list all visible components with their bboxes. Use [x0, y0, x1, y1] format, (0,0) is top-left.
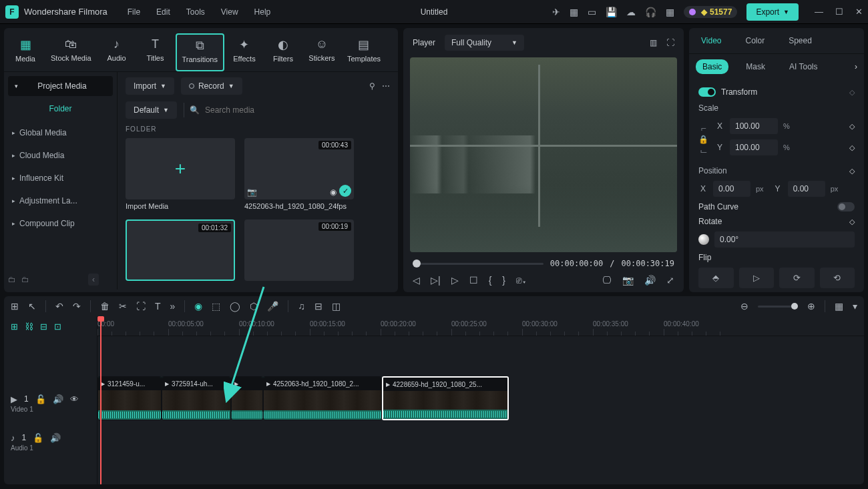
export-button[interactable]: Export▼ [746, 3, 799, 21]
send-icon[interactable]: ✈ [552, 7, 560, 17]
fullscreen-icon[interactable]: ⤢ [666, 275, 674, 286]
record-button[interactable]: Record▼ [181, 77, 242, 95]
mute-icon[interactable]: 🔊 [50, 433, 61, 443]
ai-button[interactable]: ◉ [194, 301, 202, 312]
media-thumb-2[interactable]: 00:01:32 [126, 219, 235, 281]
media-thumb-1[interactable]: 00:00:43📷◉✓ 4252063-hd_1920_1080_24fps [244, 138, 354, 210]
timeline-clip[interactable]: 3725914-uh... [162, 376, 231, 420]
sort-button[interactable]: Default▼ [126, 101, 177, 119]
filter-icon[interactable]: ⚲ [369, 81, 375, 91]
menu-edit[interactable]: Edit [156, 7, 170, 17]
layout-icon[interactable]: ▦ [570, 7, 578, 17]
effect-button[interactable]: ⬚ [212, 301, 220, 312]
side-global-media[interactable]: Global Media [4, 121, 117, 144]
zoom-in-button[interactable]: ⊕ [807, 301, 815, 312]
zoom-out-button[interactable]: ⊖ [740, 301, 748, 312]
mute-icon[interactable]: 🔊 [53, 394, 63, 404]
flip-vertical-button[interactable]: ▷ [739, 268, 775, 288]
new-bin-icon[interactable]: 🗀 [21, 275, 29, 284]
rotate-input[interactable] [714, 231, 855, 248]
subtab-ai-tools[interactable]: AI Tools [783, 59, 824, 74]
compare-icon[interactable]: ▥ [650, 38, 657, 47]
side-cloud-media[interactable]: Cloud Media [4, 144, 117, 167]
music-icon[interactable]: ♫ [298, 301, 305, 312]
side-influence-kit[interactable]: Influence Kit [4, 167, 117, 189]
snapshot-icon[interactable]: ⛶ [666, 38, 674, 47]
tab-speed[interactable]: Speed [777, 28, 824, 53]
support-icon[interactable]: 🎧 [645, 7, 656, 17]
menu-help[interactable]: Help [254, 7, 271, 17]
play-backward-button[interactable]: ▷| [431, 275, 441, 286]
delete-button[interactable]: 🗑 [100, 301, 110, 312]
prev-frame-button[interactable]: ◁ [413, 275, 420, 286]
ribbon-audio[interactable]: ♪Audio [98, 33, 136, 71]
collapse-sidebar-button[interactable]: ‹ [88, 274, 99, 286]
timeline-clip[interactable] [231, 376, 263, 420]
ribbon-filters[interactable]: ◐Filters [264, 33, 302, 71]
shield-icon[interactable]: ⬡ [250, 301, 258, 312]
window-maximize[interactable]: ☐ [835, 7, 843, 17]
marker-icon[interactable]: ◫ [332, 301, 341, 312]
track-icon[interactable]: ⊡ [54, 322, 61, 332]
magnet-icon[interactable]: ⊟ [40, 322, 47, 332]
camera-icon[interactable]: 📷 [622, 275, 634, 286]
keyframe-icon[interactable]: ◇ [849, 217, 855, 226]
pos-y-input[interactable] [788, 181, 825, 197]
stop-button[interactable]: ☐ [469, 275, 478, 286]
preview-viewport[interactable] [410, 57, 677, 252]
media-thumb-3[interactable]: 00:00:19 [244, 219, 354, 281]
select-tool-icon[interactable]: ↖ [28, 301, 36, 312]
ribbon-media[interactable]: ▦Media [7, 33, 44, 71]
window-close[interactable]: ✕ [855, 7, 863, 17]
scale-y-input[interactable] [730, 139, 778, 155]
volume-icon[interactable]: 🔊 [644, 275, 656, 286]
monitor-icon[interactable]: ▭ [588, 7, 596, 17]
keyframe-icon[interactable]: ◇ [849, 167, 855, 175]
video-track-header[interactable]: ▶1 🔓 🔊 👁 Video 1 [4, 374, 97, 424]
pos-x-input[interactable] [713, 181, 750, 197]
next-subtab-icon[interactable]: › [855, 62, 857, 71]
folder-label[interactable]: Folder [4, 96, 117, 121]
keyframe-icon[interactable]: ◇ [849, 143, 855, 152]
redo-button[interactable]: ↷ [73, 301, 81, 312]
split-button[interactable]: ✂ [119, 301, 127, 312]
lock-icon[interactable]: 🔓 [33, 433, 43, 443]
ribbon-stock-media[interactable]: 🛍Stock Media [45, 33, 97, 71]
ribbon-titles[interactable]: TTitles [137, 33, 174, 71]
credits-badge[interactable]: ◆51577 [684, 6, 737, 18]
timeline-clip[interactable]: 4252063-hd_1920_1080_2... [263, 376, 382, 420]
menu-tools[interactable]: Tools [186, 7, 205, 17]
mic-icon[interactable]: 🎤 [267, 301, 278, 312]
clip-menu-button[interactable]: ⎚▾ [516, 275, 527, 286]
settings-icon[interactable]: ▾ [853, 301, 857, 312]
ribbon-transitions[interactable]: ⧉Transitions [176, 33, 224, 71]
timeline-clip[interactable]: 4228659-hd_1920_1080_25... [382, 376, 509, 420]
view-mode-icon[interactable]: ▦ [835, 301, 843, 312]
snap-icon[interactable]: ⊞ [11, 322, 18, 332]
quality-select[interactable]: Full Quality▼ [445, 35, 524, 51]
new-folder-icon[interactable]: 🗀 [8, 275, 16, 284]
scrub-bar[interactable] [413, 263, 544, 265]
rotate-cw-button[interactable]: ⟳ [779, 268, 815, 288]
path-curve-toggle[interactable] [837, 202, 855, 211]
search-input[interactable] [205, 105, 385, 115]
project-media-header[interactable]: ▾Project Media [8, 76, 113, 96]
more-icon[interactable]: ⋯ [382, 81, 390, 91]
rotate-knob[interactable] [698, 234, 709, 245]
mark-out-button[interactable]: } [502, 275, 505, 286]
tab-color[interactable]: Color [733, 28, 777, 53]
crop-button[interactable]: ⛶ [136, 301, 146, 312]
mark-in-button[interactable]: { [489, 275, 492, 286]
subtab-basic[interactable]: Basic [696, 59, 728, 74]
ribbon-templates[interactable]: ▤Templates [342, 33, 386, 71]
apps-icon[interactable]: ▦ [666, 7, 674, 17]
mixer-icon[interactable]: ⊟ [314, 301, 322, 312]
marker-tool-icon[interactable]: ⊞ [11, 301, 19, 312]
cloud-icon[interactable]: ☁ [626, 7, 636, 17]
keyframe-icon[interactable]: ◇ [849, 122, 855, 131]
window-minimize[interactable]: — [815, 7, 823, 17]
text-button[interactable]: T [155, 301, 161, 312]
import-media-tile[interactable]: + Import Media [126, 138, 235, 210]
flip-horizontal-button[interactable]: ⬘ [698, 268, 734, 288]
subtab-mask[interactable]: Mask [739, 59, 772, 74]
